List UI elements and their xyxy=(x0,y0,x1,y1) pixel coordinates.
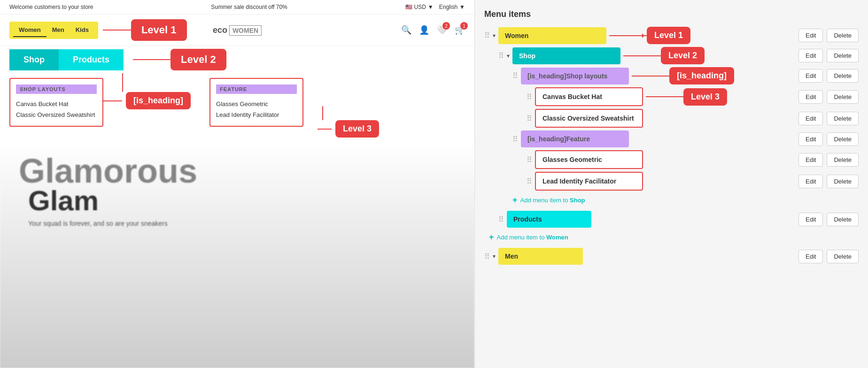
delete-lead-identity-btn[interactable]: Delete xyxy=(827,175,859,188)
menu-label-feature-heading: [is_heading]Feature xyxy=(521,130,629,147)
drag-handle-lead-identity[interactable]: ⠿ xyxy=(527,177,532,186)
menu-row-shop-layouts-heading: ⠿ [is_heading]Shop layouts [is_heading] … xyxy=(512,67,859,84)
classic-sweatshirt-link[interactable]: Classic Oversized Sweatshirt xyxy=(16,109,97,120)
drag-handle-women[interactable]: ⠿ xyxy=(484,31,490,40)
expand-icon-shop[interactable]: ▾ xyxy=(507,53,510,59)
menu-label-women: Women xyxy=(498,27,606,44)
canvas-bucket-hat-link[interactable]: Canvas Bucket Hat xyxy=(16,99,97,109)
delete-shop-btn[interactable]: Delete xyxy=(827,49,859,62)
drag-handle-feature-heading[interactable]: ⠿ xyxy=(512,135,518,144)
search-icon[interactable]: 🔍 xyxy=(401,25,411,35)
level2-annotation-left: Level 2 xyxy=(170,49,226,70)
cart-icon-wrap: 🛒 1 xyxy=(455,25,465,35)
menu-row-shop: ⠿ ▾ Shop Level 2 Edit Delete xyxy=(498,47,859,64)
drag-handle-glasses-geometric[interactable]: ⠿ xyxy=(527,155,532,164)
edit-men-btn[interactable]: Edit xyxy=(798,250,823,263)
currency-chevron-icon: ▼ xyxy=(428,4,434,10)
expand-icon-men[interactable]: ▾ xyxy=(493,253,496,260)
menu-row-products: ⠿ Products Edit Delete xyxy=(498,211,859,228)
store-preview-panel: Welcome customers to your store Summer s… xyxy=(0,0,474,368)
edit-canvas-hat-btn[interactable]: Edit xyxy=(798,90,823,104)
edit-classic-sweatshirt-btn[interactable]: Edit xyxy=(798,112,823,125)
expand-icon-women[interactable]: ▾ xyxy=(493,32,496,39)
edit-women-btn[interactable]: Edit xyxy=(798,29,823,42)
edit-shop-btn[interactable]: Edit xyxy=(798,49,823,62)
glasses-geometric-link[interactable]: Glasses Geometric xyxy=(216,99,297,109)
delete-shop-layouts-btn[interactable]: Delete xyxy=(827,69,859,83)
account-icon[interactable]: 👤 xyxy=(419,25,429,35)
nav-item-men[interactable]: Men xyxy=(46,23,70,37)
add-to-women-row[interactable]: + Add menu item to Women xyxy=(489,230,859,244)
edit-lead-identity-btn[interactable]: Edit xyxy=(798,175,823,188)
menu-items-panel: Menu items ⠿ ▾ Women Level 1 Edit Delete… xyxy=(475,0,868,368)
delete-products-btn[interactable]: Delete xyxy=(827,213,859,226)
blurred-line2: Glam xyxy=(28,184,99,217)
level2-annotation-right: Level 2 xyxy=(661,47,705,64)
feature-column: FEATURE Glasses Geometric Lead Identity … xyxy=(209,78,303,127)
edit-glasses-geometric-btn[interactable]: Edit xyxy=(798,153,823,167)
menu-label-classic-sweatshirt: Classic Oversized Sweatshirt xyxy=(535,109,643,128)
wishlist-badge: 2 xyxy=(442,22,450,30)
nav-item-women[interactable]: Women xyxy=(13,23,46,37)
delete-women-btn[interactable]: Delete xyxy=(827,29,859,42)
menu-row-women: ⠿ ▾ Women Level 1 Edit Delete xyxy=(484,27,859,44)
menu-label-products: Products xyxy=(507,211,591,228)
language-label: English xyxy=(439,4,457,10)
add-to-shop-row[interactable]: + Add menu item to Shop xyxy=(512,193,859,207)
add-to-women-label: Add menu item to Women xyxy=(497,234,568,241)
currency-label: USD xyxy=(414,4,426,10)
menu-row-canvas-hat: ⠿ Canvas Bucket Hat Level 3 Edit Delete xyxy=(527,87,859,106)
panel-title: Menu items xyxy=(484,9,859,19)
menu-label-lead-identity: Lead Identity Facilitator xyxy=(535,172,643,191)
drag-handle-shop-layouts[interactable]: ⠿ xyxy=(512,71,518,80)
shop-button[interactable]: Shop xyxy=(9,49,59,70)
menu-row-glasses-geometric: ⠿ Glasses Geometric Edit Delete xyxy=(527,150,859,169)
is-heading-annotation-right: [is_heading] xyxy=(669,67,734,84)
level1-annotation-left: Level 1 xyxy=(131,19,187,41)
add-to-shop-label: Add menu item to Shop xyxy=(520,197,585,204)
shop-layouts-heading: SHOP LAYOUTS xyxy=(16,84,97,94)
language-chevron-icon: ▼ xyxy=(459,4,465,10)
store-nav-items: Women Men Kids xyxy=(9,22,98,39)
feature-heading: FEATURE xyxy=(216,84,297,94)
blurred-line3: Your squad is forever, and so are your s… xyxy=(28,220,168,227)
drag-handle-products[interactable]: ⠿ xyxy=(498,215,504,224)
menu-label-shop: Shop xyxy=(512,47,620,64)
currency-lang-wrap: 🇺🇸 USD ▼ English ▼ xyxy=(405,4,465,10)
delete-feature-heading-btn[interactable]: Delete xyxy=(827,132,859,146)
drag-handle-canvas-hat[interactable]: ⠿ xyxy=(527,92,532,101)
menu-row-classic-sweatshirt: ⠿ Classic Oversized Sweatshirt Edit Dele… xyxy=(527,109,859,128)
women-action-btns: Edit Delete xyxy=(798,29,859,42)
delete-glasses-geometric-btn[interactable]: Delete xyxy=(827,153,859,167)
drag-handle-classic-sweatshirt[interactable]: ⠿ xyxy=(527,114,532,123)
drag-handle-men[interactable]: ⠿ xyxy=(484,252,490,261)
menu-tree: ⠿ ▾ Women Level 1 Edit Delete ⠿ ▾ Shop L… xyxy=(484,27,859,265)
delete-men-btn[interactable]: Delete xyxy=(827,250,859,263)
nav-item-kids[interactable]: Kids xyxy=(70,23,94,37)
menu-label-shop-layouts: [is_heading]Shop layouts xyxy=(521,68,629,84)
wishlist-icon-wrap: 🤍 2 xyxy=(437,25,447,35)
level3-annotation-left: Level 3 xyxy=(335,120,379,138)
flag-icon: 🇺🇸 xyxy=(405,4,412,10)
delete-canvas-hat-btn[interactable]: Delete xyxy=(827,90,859,104)
add-to-shop-icon: + xyxy=(512,195,518,205)
level3-annotation-right: Level 3 xyxy=(683,88,727,106)
menu-row-lead-identity: ⠿ Lead Identity Facilitator Edit Delete xyxy=(527,172,859,191)
menu-label-canvas-hat: Canvas Bucket Hat xyxy=(535,87,643,106)
delete-classic-sweatshirt-btn[interactable]: Delete xyxy=(827,112,859,125)
drag-handle-shop[interactable]: ⠿ xyxy=(498,51,504,60)
sale-text: Summer sale discount off 70% xyxy=(211,4,287,10)
add-to-women-icon: + xyxy=(489,232,494,242)
nav-icons-group: 🔍 👤 🤍 2 🛒 1 xyxy=(401,25,465,35)
menu-label-glasses-geometric: Glasses Geometric xyxy=(535,150,643,169)
store-bottom-blurred: Glamorous Glam Your squad is forever, an… xyxy=(0,142,474,368)
top-bar: Welcome customers to your store Summer s… xyxy=(0,0,474,15)
products-button[interactable]: Products xyxy=(59,49,124,70)
edit-feature-heading-btn[interactable]: Edit xyxy=(798,132,823,146)
edit-shop-layouts-btn[interactable]: Edit xyxy=(798,69,823,83)
menu-row-feature-heading: ⠿ [is_heading]Feature Edit Delete xyxy=(512,130,859,147)
lead-identity-link[interactable]: Lead Identity Facilitator xyxy=(216,109,297,120)
level1-annotation-right: Level 1 xyxy=(647,27,690,44)
welcome-text: Welcome customers to your store xyxy=(9,4,93,10)
edit-products-btn[interactable]: Edit xyxy=(798,213,823,226)
